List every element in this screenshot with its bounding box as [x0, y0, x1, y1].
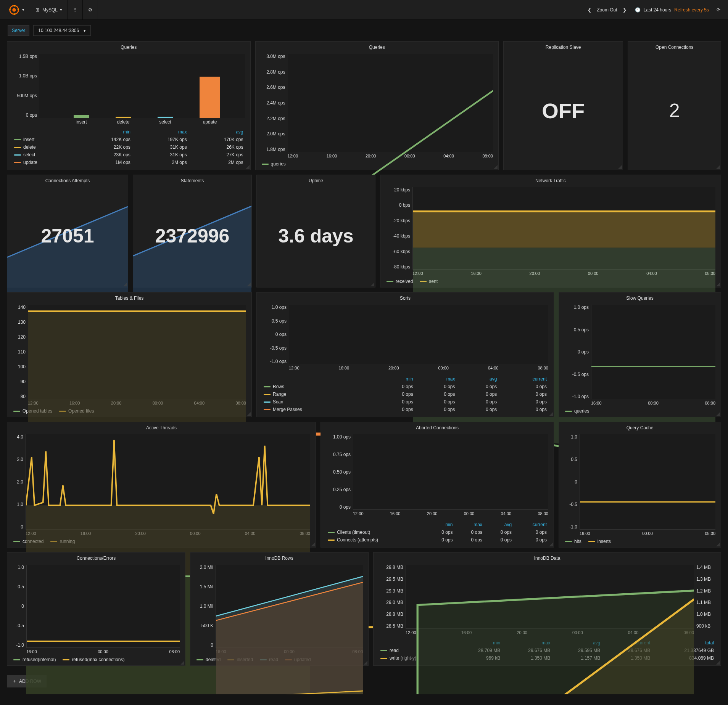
clock-icon: 🕘 [635, 7, 641, 13]
panel-title: Active Threads [7, 422, 316, 432]
panel-sorts[interactable]: Sorts 1.0 ops0.5 ops0 ops-0.5 ops-1.0 op… [256, 292, 554, 417]
panel-title: Tables & Files [7, 292, 251, 302]
panel-queries-bar[interactable]: Queries 1.5B ops1.0B ops500M ops0 ops in… [7, 41, 251, 170]
panel-title: Uptime [257, 175, 375, 185]
svg-marker-4 [413, 211, 715, 247]
panel-uptime[interactable]: Uptime 3.6 days [256, 175, 375, 287]
panel-connections-errors[interactable]: Connections/Errors 1.00.50-0.5-1.0 16:00… [7, 552, 185, 666]
refresh-interval[interactable]: Refresh every 5s [674, 7, 709, 13]
y-axis: 1.0 ops0.5 ops0 ops-0.5 ops-1.0 ops [261, 305, 289, 364]
panel-title: Aborted Connections [321, 422, 554, 432]
y-axis: 4.03.02.01.00 [11, 434, 26, 530]
panel-connection-attempts[interactable]: Connections Attempts 27051 [7, 175, 128, 287]
dashboard-grid-icon: ⊞ [35, 7, 39, 13]
svg-point-1 [12, 8, 16, 11]
panel-network-traffic[interactable]: Network Traffic 20 kbps0 bps-20 kbps-40 … [380, 175, 721, 287]
var-label-server: Server [8, 25, 29, 36]
y-axis: 3.0M ops2.8M ops2.6M ops2.4M ops2.2M ops… [259, 54, 288, 152]
plus-icon: ＋ [12, 678, 17, 684]
gear-icon: ⚙ [88, 7, 92, 13]
y-axis: 1.00.50-0.5-1.0 [563, 434, 580, 530]
uptime-value: 3.6 days [257, 185, 375, 287]
panel-slow-queries[interactable]: Slow Queries 1.0 ops0.5 ops0 ops-0.5 ops… [559, 292, 721, 417]
chevron-down-icon: ▾ [22, 7, 24, 12]
y-axis: 2.0 Mil1.5 Mil1.0 Mil500 K0 [194, 565, 216, 648]
y-axis-right: 1.4 MB1.3 MB1.2 MB1.1 MB1.0 MB900 kB [694, 565, 717, 629]
panel-title: Connections Attempts [7, 175, 128, 185]
replication-value: OFF [504, 51, 623, 170]
panel-title: Queries [256, 42, 499, 51]
panel-title: Connections/Errors [7, 552, 185, 562]
chevron-down-icon: ▾ [84, 28, 86, 33]
panel-aborted-connections[interactable]: Aborted Connections 1.00 ops0.75 ops0.50… [321, 422, 554, 548]
panel-replication-slave[interactable]: Replication Slave OFF [503, 41, 623, 170]
panel-title: InnoDB Rows [190, 552, 368, 562]
share-button[interactable]: ⇪ [68, 0, 83, 20]
time-forward-button[interactable]: ❯ [623, 7, 627, 13]
var-value-server[interactable]: 10.100.248.44:3306▾ [33, 25, 91, 36]
panel-title: Open Connections [628, 42, 721, 51]
panel-title: InnoDB Data [374, 552, 721, 562]
dashboard-picker[interactable]: ⊞ MySQL ▾ [30, 0, 68, 20]
panel-active-threads[interactable]: Active Threads 4.03.02.01.00 12:0016:002… [7, 422, 316, 548]
panel-title: Statements [133, 175, 251, 185]
grafana-icon [8, 4, 20, 16]
queries-legend-table: minmaxavg insert142K ops197K ops170K ops… [11, 128, 246, 167]
grafana-logo-menu[interactable]: ▾ [3, 0, 30, 20]
panel-statements[interactable]: Statements 2372996 [133, 175, 252, 287]
y-axis-left: 29.8 MB29.5 MB29.3 MB29.0 MB28.8 MB28.5 … [377, 565, 406, 629]
panel-open-connections[interactable]: Open Connections 2 [628, 41, 721, 170]
panel-innodb-data[interactable]: InnoDB Data 29.8 MB29.5 MB29.3 MB29.0 MB… [373, 552, 721, 666]
y-axis: 1.5B ops1.0B ops500M ops0 ops [11, 54, 39, 118]
refresh-button[interactable]: ⟳ [717, 7, 720, 13]
y-axis: 1401301201101009080 [11, 305, 28, 399]
y-axis: 1.00.50-0.5-1.0 [11, 565, 26, 648]
y-axis: 1.0 ops0.5 ops0 ops-0.5 ops-1.0 ops [563, 305, 591, 399]
panel-title: Slow Queries [559, 292, 721, 302]
settings-button[interactable]: ⚙ [83, 0, 98, 20]
panel-title: Network Traffic [380, 175, 721, 185]
template-variables: Server 10.100.248.44:3306▾ [0, 20, 728, 41]
conn-attempts-value: 27051 [7, 185, 128, 287]
share-icon: ⇪ [73, 7, 77, 13]
panel-title: Sorts [257, 292, 554, 302]
time-back-button[interactable]: ❮ [588, 7, 591, 13]
top-nav: ▾ ⊞ MySQL ▾ ⇪ ⚙ ❮ Zoom Out ❯ 🕘 Last 24 h… [0, 0, 728, 20]
panel-queries-line[interactable]: Queries 3.0M ops2.8M ops2.6M ops2.4M ops… [255, 41, 499, 170]
chevron-down-icon: ▾ [60, 7, 62, 12]
panel-query-cache[interactable]: Query Cache 1.00.50-0.5-1.0 16:0000:0008… [559, 422, 721, 548]
time-range-picker[interactable]: Last 24 hours [644, 7, 672, 13]
y-axis: 1.00 ops0.75 ops0.50 ops0.25 ops0 ops [325, 434, 353, 510]
panel-title: Query Cache [559, 422, 721, 432]
statements-value: 2372996 [133, 185, 251, 287]
panel-innodb-rows[interactable]: InnoDB Rows 2.0 Mil1.5 Mil1.0 Mil500 K0 … [190, 552, 369, 666]
panel-title: Queries [7, 42, 250, 51]
zoom-out-button[interactable]: Zoom Out [597, 7, 617, 13]
y-axis: 20 kbps0 bps-20 kbps-40 kbps-60 kbps-80 … [384, 187, 412, 270]
svg-marker-2 [7, 207, 128, 305]
svg-marker-3 [133, 206, 251, 303]
panel-title: Replication Slave [504, 42, 623, 51]
open-connections-value: 2 [628, 51, 721, 170]
dashboard-title: MySQL [42, 7, 58, 13]
panel-tables-files[interactable]: Tables & Files 1401301201101009080 12:00… [7, 292, 252, 417]
